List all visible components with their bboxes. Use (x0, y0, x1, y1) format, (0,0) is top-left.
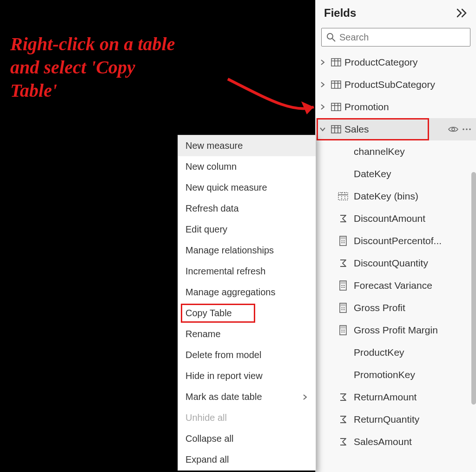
more-options-icon[interactable] (462, 128, 471, 131)
field-label: ReturnQuantity (354, 414, 419, 425)
context-menu-item-copy-table[interactable]: Copy Table (178, 303, 316, 324)
svg-point-1 (327, 33, 333, 39)
context-menu-item-new-quick-measure[interactable]: New quick measure (178, 177, 316, 198)
field-row[interactable]: PromotionKey (316, 364, 476, 386)
svg-point-57 (343, 332, 344, 332)
svg-point-20 (463, 128, 464, 130)
blank-icon (337, 347, 349, 358)
fields-panel: Fields ProductCategory ProductSubCategor… (315, 0, 476, 472)
field-row[interactable]: DateKey (316, 163, 476, 185)
context-menu-label: Rename (185, 329, 221, 339)
context-menu-label: Incremental refresh (185, 266, 265, 277)
svg-rect-15 (331, 126, 341, 133)
svg-point-53 (341, 330, 342, 331)
context-menu-item-collapse-all[interactable]: Collapse all (178, 428, 316, 449)
context-menu-item-delete-from-model[interactable]: Delete from model (178, 345, 316, 366)
context-menu-label: Edit query (185, 224, 227, 235)
field-row[interactable]: Gross Profit Margin (316, 319, 476, 341)
context-menu-label: Delete from model (185, 350, 261, 360)
svg-rect-36 (341, 282, 345, 284)
chevron-right-icon[interactable] (317, 57, 328, 67)
context-menu-label: Unhide all (185, 412, 227, 423)
svg-point-46 (343, 307, 344, 308)
chevron-right-icon[interactable] (317, 102, 328, 112)
context-menu-item-manage-relationships[interactable]: Manage relationships (178, 240, 316, 261)
context-menu-label: Hide in report view (185, 371, 263, 381)
sigma-icon (337, 258, 349, 269)
context-menu-label: Expand all (185, 454, 229, 465)
sigma-icon (337, 392, 349, 403)
table-icon (331, 57, 342, 68)
field-row[interactable]: ReturnAmount (316, 386, 476, 408)
context-menu-item-new-measure[interactable]: New measure (178, 135, 316, 156)
field-row[interactable]: SalesAmount (316, 431, 476, 453)
field-label: channelKey (354, 146, 405, 157)
context-menu-item-unhide-all: Unhide all (178, 407, 316, 428)
svg-point-37 (341, 285, 342, 286)
svg-point-58 (344, 332, 345, 332)
svg-point-19 (452, 128, 455, 131)
context-menu-item-refresh-data[interactable]: Refresh data (178, 198, 316, 219)
field-row[interactable]: Forecast Variance (316, 274, 476, 297)
svg-point-42 (344, 287, 345, 288)
field-row[interactable]: DiscountAmount (316, 207, 476, 230)
context-menu-item-incremental-refresh[interactable]: Incremental refresh (178, 261, 316, 282)
visibility-icon[interactable] (448, 126, 458, 133)
svg-rect-52 (341, 326, 345, 328)
context-menu-label: Mark as date table (185, 392, 262, 402)
svg-point-34 (344, 242, 345, 243)
table-row-productsubcategory[interactable]: ProductSubCategory (316, 73, 476, 96)
chevron-right-icon[interactable] (317, 80, 328, 90)
context-menu-item-hide-in-report-view[interactable]: Hide in report view (178, 366, 316, 386)
field-label: DateKey (bins) (354, 191, 418, 202)
field-row[interactable]: DiscountPercentof... (316, 230, 476, 252)
svg-rect-23 (338, 193, 348, 200)
field-row[interactable]: DateKey (bins) (316, 185, 476, 207)
table-row-sales[interactable]: Sales (316, 118, 476, 140)
field-label: Forecast Variance (354, 280, 432, 291)
context-menu-item-expand-all[interactable]: Expand all (178, 449, 316, 470)
field-label: DateKey (354, 168, 391, 179)
svg-point-22 (469, 128, 471, 130)
field-row[interactable]: ReturnQuantity (316, 408, 476, 431)
search-input-container[interactable] (321, 28, 470, 47)
blank-icon (337, 168, 349, 179)
table-icon (331, 101, 342, 113)
field-label: DiscountAmount (354, 213, 425, 224)
search-input[interactable] (339, 32, 465, 43)
field-label: ProductKey (354, 347, 404, 358)
context-menu-label: New quick measure (185, 182, 267, 193)
search-icon (326, 33, 336, 42)
table-label: Sales (344, 124, 369, 135)
chevron-down-icon[interactable] (317, 124, 328, 134)
context-menu-item-edit-query[interactable]: Edit query (178, 219, 316, 240)
svg-point-39 (344, 285, 345, 286)
collapse-panel-icon[interactable] (456, 8, 469, 18)
context-menu-item-manage-aggregations[interactable]: Manage aggregations (178, 282, 316, 303)
field-row[interactable]: channelKey (316, 140, 476, 163)
table-row-promotion[interactable]: Promotion (316, 96, 476, 118)
svg-point-49 (343, 309, 344, 310)
field-label: DiscountQuantity (354, 258, 428, 269)
svg-point-32 (341, 242, 342, 243)
context-menu: New measureNew columnNew quick measureRe… (178, 135, 316, 471)
table-row-productcategory[interactable]: ProductCategory (316, 51, 476, 73)
svg-point-31 (344, 240, 345, 241)
calculator-icon (337, 280, 349, 291)
context-menu-item-new-column[interactable]: New column (178, 156, 316, 177)
table-label: ProductSubCategory (344, 79, 435, 90)
sigma-icon (337, 414, 349, 425)
field-row[interactable]: Gross Profit (316, 297, 476, 319)
context-menu-item-mark-as-date-table[interactable]: Mark as date table (178, 386, 316, 407)
scrollbar[interactable] (471, 172, 476, 405)
context-menu-item-rename[interactable]: Rename (178, 324, 316, 345)
field-row[interactable]: ProductKey (316, 341, 476, 364)
svg-point-21 (466, 128, 468, 130)
field-row[interactable]: DiscountQuantity (316, 252, 476, 274)
svg-rect-3 (331, 59, 341, 66)
svg-point-29 (341, 240, 342, 241)
field-label: Gross Profit (354, 302, 405, 313)
field-label: ReturnAmount (354, 392, 416, 403)
calculator-icon (337, 235, 349, 246)
field-label: SalesAmount (354, 436, 412, 447)
